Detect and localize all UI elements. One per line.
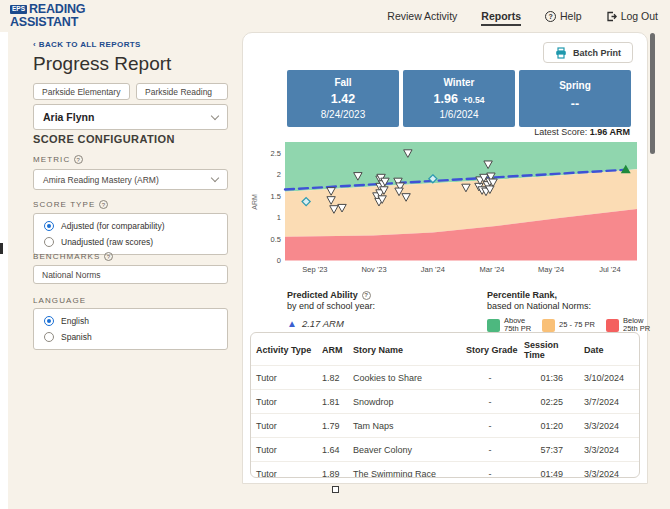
vertical-scrollbar[interactable] (650, 33, 655, 154)
score-type-label-text: SCORE TYPE (33, 200, 95, 209)
school-filter[interactable]: Parkside Elementary (33, 83, 130, 100)
nav-log-out[interactable]: Log Out (606, 10, 658, 22)
table-cell: Beaver Colony (348, 438, 461, 462)
table-cell: 1.81 (317, 390, 348, 414)
score-type-group: Adjusted (for comparability) Unadjusted … (33, 213, 228, 255)
card-date: 1/6/2024 (440, 109, 479, 120)
radio-unadjusted[interactable]: Unadjusted (raw scores) (34, 234, 227, 250)
card-date: 8/24/2023 (321, 109, 366, 120)
radio-english[interactable]: English (34, 313, 227, 329)
x-axis-tick-label: Nov '23 (361, 265, 386, 274)
radio-unselected-icon (44, 332, 54, 342)
benchmarks-field[interactable]: National Norms (33, 265, 228, 284)
table-row: Tutor1.81Snowdrop-02:253/7/2024 (251, 390, 639, 414)
predicted-ability-info-icon[interactable]: ? (362, 291, 371, 300)
legend-swatch-icon (487, 319, 500, 332)
x-axis-tick-label: Jul '24 (599, 265, 620, 274)
logo-line-1: READING (29, 3, 85, 16)
latest-score-label: Latest Score: (534, 127, 587, 137)
x-axis-tick-label: Jan '24 (421, 265, 445, 274)
metric-select[interactable]: Amira Reading Mastery (ARM) (33, 169, 228, 190)
card-season: Fall (334, 77, 351, 88)
predicted-ability-subtitle: by end of school year: (287, 301, 375, 312)
y-axis-tick-label: 0.5 (271, 235, 281, 244)
scroll-handle[interactable] (332, 486, 339, 493)
y-axis-title: ARM (251, 194, 258, 210)
legend-swatch-icon (606, 319, 619, 332)
percentile-legend-title: Percentile Rank, (487, 290, 557, 301)
printer-icon (555, 47, 567, 59)
activity-table: Activity TypeARMStory NameStory GradeSes… (251, 333, 639, 478)
latest-score-value: 1.96 ARM (590, 127, 630, 137)
class-filter[interactable]: Parkside Reading (136, 83, 228, 100)
table-cell: 3/3/2024 (579, 414, 639, 438)
table-column-header: ARM (317, 333, 348, 366)
table-cell: - (461, 462, 519, 479)
chevron-down-icon (211, 111, 219, 119)
predicted-triangle-icon: ▲ (287, 318, 297, 331)
score-type-info-icon[interactable]: ? (99, 200, 108, 209)
table-cell: Tam Naps (348, 414, 461, 438)
y-axis-tick-label: 2 (277, 170, 281, 179)
percentile-legend-subtitle: based on National Norms: (487, 301, 650, 312)
percentile-rank-legend: Percentile Rank, based on National Norms… (487, 290, 650, 334)
benchmarks-label: BENCHMARKS ? (33, 252, 113, 261)
nav-help[interactable]: ? Help (545, 10, 582, 22)
table-cell: 1.64 (317, 438, 348, 462)
back-to-all-reports-link[interactable]: ‹ BACK TO ALL REPORTS (33, 40, 141, 49)
metric-label-text: METRIC (33, 155, 70, 164)
predicted-ability-title: Predicted Ability (287, 290, 358, 301)
radio-unselected-icon (44, 237, 54, 247)
table-row: Tutor1.79Tam Naps-01:203/3/2024 (251, 414, 639, 438)
legend-item-label: 25 - 75 PR (559, 321, 595, 330)
student-select[interactable]: Aria Flynn (33, 104, 228, 130)
table-column-header: Story Name (348, 333, 461, 366)
table-cell: 3/10/2024 (579, 366, 639, 390)
y-axis-tick-label: 2.5 (271, 149, 281, 158)
table-column-header: Activity Type (251, 333, 317, 366)
y-axis-tick-label: 0 (277, 256, 281, 265)
table-cell: 3/7/2024 (579, 390, 639, 414)
table-cell: Tutor (251, 462, 317, 479)
metric-info-icon[interactable]: ? (74, 155, 83, 164)
radio-spanish[interactable]: Spanish (34, 329, 227, 345)
predicted-ability-value: 2.17 ARM (302, 318, 344, 330)
table-cell: Snowdrop (348, 390, 461, 414)
latest-score: Latest Score: 1.96 ARM (534, 127, 630, 137)
table-cell: - (461, 366, 519, 390)
fall-card: Fall 1.42 8/24/2023 (287, 70, 399, 127)
metric-label: METRIC ? (33, 155, 83, 164)
top-header: EPS READING ASSISTANT Review Activity Re… (0, 0, 670, 32)
benchmarks-info-icon[interactable]: ? (104, 252, 113, 261)
top-nav: Review Activity Reports ? Help Log Out (387, 0, 658, 32)
nav-help-label: Help (560, 10, 582, 22)
activity-table-card: Activity TypeARMStory NameStory GradeSes… (250, 332, 640, 478)
table-cell: 57:37 (519, 438, 579, 462)
language-label: LANGUAGE (33, 296, 86, 305)
student-select-value: Aria Flynn (43, 111, 94, 123)
winter-card: Winter 1.96 +0.54 1/6/2024 (403, 70, 515, 127)
card-score: 1.96 (434, 92, 458, 106)
x-axis-tick-label: Sep '23 (302, 265, 327, 274)
batch-print-button[interactable]: Batch Print (543, 42, 633, 63)
app-logo: EPS READING ASSISTANT (10, 3, 85, 28)
nav-review-activity[interactable]: Review Activity (387, 10, 457, 22)
table-row: Tutor1.64Beaver Colony-57:373/3/2024 (251, 438, 639, 462)
x-axis-tick-label: May '24 (538, 265, 564, 274)
left-edge-strip (0, 32, 8, 509)
y-axis-tick-label: 1 (277, 213, 281, 222)
filter-row: Parkside Elementary Parkside Reading (33, 83, 228, 100)
table-cell: The Swimming Race (348, 462, 461, 479)
nav-reports[interactable]: Reports (481, 10, 521, 26)
benchmarks-label-text: BENCHMARKS (33, 252, 100, 261)
language-group: English Spanish (33, 308, 228, 350)
progress-chart: 00.511.522.5Sep '23Nov '23Jan '24Mar '24… (248, 140, 642, 288)
table-cell: 3/3/2024 (579, 438, 639, 462)
table-row: Tutor1.89The Swimming Race-01:493/3/2024 (251, 462, 639, 479)
radio-adjusted[interactable]: Adjusted (for comparability) (34, 218, 227, 234)
metric-select-value: Amira Reading Mastery (ARM) (43, 175, 159, 185)
card-score: 1.42 (331, 92, 355, 106)
card-score: -- (571, 97, 579, 111)
table-header-row: Activity TypeARMStory NameStory GradeSes… (251, 333, 639, 366)
table-cell: Tutor (251, 414, 317, 438)
